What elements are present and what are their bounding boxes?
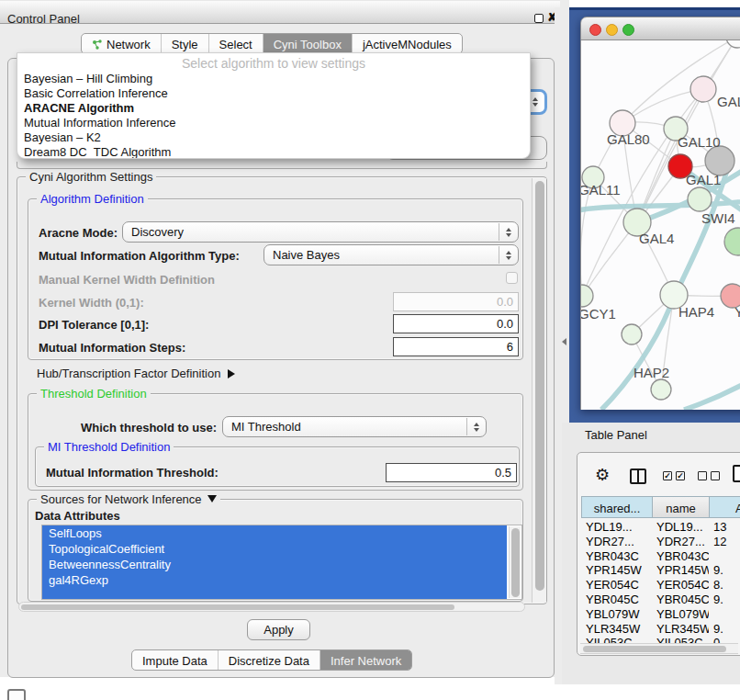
hub-factor-section[interactable]: Hub/Transcription Factor Definition (37, 367, 235, 380)
column-header-shared-name[interactable]: shared... (581, 496, 653, 518)
tab-network[interactable]: Network (82, 34, 161, 53)
mi-algorithm-type-value: Naive Bayes (273, 248, 340, 262)
combo-stepper-icon (466, 418, 485, 435)
list-item[interactable]: TopologicalCoefficient (42, 541, 507, 557)
aracne-mode-combo[interactable]: Discovery (122, 221, 519, 243)
manual-kernel-width-label: Manual Kernel Width Definition (39, 273, 215, 287)
list-item[interactable]: SelfLoops (42, 525, 507, 541)
node-label: GAL4 (639, 231, 674, 246)
table-row[interactable]: YER054CYER054C8. (581, 577, 740, 592)
node-gcy1[interactable] (581, 285, 593, 307)
list-item[interactable]: gal4RGexp (42, 572, 507, 588)
node-unlabeled[interactable] (651, 379, 671, 400)
close-traffic-light-icon[interactable] (589, 24, 601, 36)
gear-icon[interactable]: ⚙ (595, 465, 610, 485)
table-row[interactable]: YBR045CYBR045C9. (581, 592, 740, 606)
control-panel-tabbar: Network Style Select Cyni Toolbox jActiv… (81, 33, 463, 54)
algorithm-option[interactable]: Basic Correlation Inference (17, 86, 530, 101)
apply-button[interactable]: Apply (247, 619, 310, 640)
algorithm-dropdown: Select algorithm to view settings Bayesi… (17, 52, 531, 159)
table-row[interactable]: YDR27...YDR27...12 (581, 534, 740, 548)
algorithm-option[interactable]: Bayesian – K2 (17, 130, 530, 145)
group-title: Algorithm Definition (37, 192, 148, 206)
tab-jactivemnodules[interactable]: jActiveMNodules (352, 34, 462, 53)
expand-arrow-icon[interactable] (228, 369, 235, 378)
algorithm-option[interactable]: Bayesian – Hill Climbing (17, 72, 530, 86)
list-item[interactable]: BetweennessCentrality (42, 557, 507, 572)
column-header-name[interactable]: name (652, 496, 710, 518)
data-attributes-label: Data Attributes (35, 509, 120, 523)
table-row[interactable]: YLR345WYLR345W9. (581, 621, 740, 636)
table-horizontal-scrollbar[interactable] (580, 643, 738, 654)
dpi-tolerance-field[interactable]: 0.0 (393, 314, 519, 333)
column-header-partial[interactable]: A (709, 496, 740, 518)
collapse-arrow-icon[interactable] (207, 495, 217, 502)
which-threshold-combo[interactable]: MI Threshold (222, 416, 487, 437)
checked-box-icon[interactable]: ✓ (663, 471, 672, 480)
node-label: GAL1 (686, 172, 721, 187)
which-threshold-value: MI Threshold (231, 420, 301, 434)
unchecked-box-icon[interactable] (711, 471, 720, 480)
dpi-tolerance-label: DPI Tolerance [0,1]: (39, 318, 149, 332)
table-row[interactable]: YPR145WYPR145W9. (581, 562, 740, 577)
node-label: HAP2 (633, 365, 669, 380)
network-canvas[interactable]: GAL80 GAL10 GAL1 GAL11 SWI4 GAL4 GCY1 HA… (580, 40, 740, 410)
network-view-window: GAL80 GAL10 GAL1 GAL11 SWI4 GAL4 GCY1 HA… (580, 17, 740, 410)
zoom-traffic-light-icon[interactable] (622, 24, 634, 36)
node-hap2[interactable] (622, 324, 642, 344)
network-graph: GAL80 GAL10 GAL1 GAL11 SWI4 GAL4 GCY1 HA… (581, 40, 740, 410)
node-label: GAL80 (607, 131, 650, 147)
node-swi4[interactable] (688, 187, 712, 211)
sources-title[interactable]: Sources for Network Inference (37, 492, 220, 506)
algorithm-option[interactable]: Dream8 DC_TDC Algorithm (17, 145, 530, 159)
node-label: GAL10 (678, 134, 721, 150)
aracne-mode-label: Aracne Mode: (39, 226, 118, 240)
node-gal2-partial[interactable] (690, 76, 716, 102)
minimize-traffic-light-icon[interactable] (606, 24, 618, 36)
tab-infer-network[interactable]: Infer Network (320, 650, 411, 670)
mi-steps-label: Mutual Information Steps: (39, 341, 185, 355)
node-label: Y (734, 304, 740, 320)
split-column-icon[interactable] (630, 469, 646, 484)
bottom-tabbar: Impute Data Discretize Data Infer Networ… (131, 649, 412, 671)
table-row[interactable]: YDL19...YDL19...13 (581, 519, 740, 534)
list-item-partial[interactable] (42, 588, 507, 599)
float-window-icon[interactable] (534, 14, 544, 23)
table-row[interactable]: YBL079WYBL079W (581, 606, 740, 621)
mi-algorithm-type-combo[interactable]: Naive Bayes (263, 244, 519, 265)
table-row[interactable]: YBR043CYBR043C (581, 548, 740, 563)
kernel-width-field[interactable]: 0.0 (393, 292, 519, 311)
tab-discretize-data[interactable]: Discretize Data (218, 650, 320, 670)
combo-stepper-icon (499, 223, 517, 241)
control-panel-title: Control Panel (7, 12, 80, 26)
network-window-titlebar[interactable] (580, 17, 740, 40)
tab-cyni-toolbox[interactable]: Cyni Toolbox (263, 34, 352, 53)
algorithm-option[interactable]: Mutual Information Inference (17, 116, 530, 130)
tab-impute-data[interactable]: Impute Data (132, 650, 218, 670)
checked-box-icon[interactable]: ✓ (676, 471, 685, 480)
settings-vertical-scrollbar[interactable] (532, 178, 546, 603)
data-attributes-list: SelfLoops TopologicalCoefficient Between… (41, 525, 522, 600)
unchecked-box-icon[interactable] (698, 471, 707, 480)
node-label: GCY1 (581, 306, 616, 322)
settings-horizontal-scrollbar[interactable] (18, 602, 525, 612)
app-root: Control Panel ✘ Network Style Select Cyn… (0, 0, 740, 700)
node-bright-green[interactable] (724, 228, 740, 255)
document-icon[interactable] (733, 465, 740, 482)
combo-stepper-icon (499, 246, 517, 264)
mi-steps-field[interactable]: 6 (393, 337, 519, 356)
algorithm-option-selected[interactable]: ARACNE Algorithm (17, 101, 530, 116)
kernel-width-label: Kernel Width (0,1): (39, 296, 144, 310)
mi-threshold-field[interactable]: 0.5 (386, 463, 517, 482)
node-label: GAL11 (581, 182, 621, 198)
group-title: MI Threshold Definition (44, 440, 174, 454)
collapse-divider-icon[interactable] (562, 338, 566, 345)
table-panel-title: Table Panel (585, 428, 647, 442)
manual-kernel-width-checkbox[interactable] (506, 272, 518, 284)
tab-style[interactable]: Style (161, 34, 208, 53)
tab-select[interactable]: Select (208, 34, 263, 53)
node-unlabeled[interactable] (726, 40, 740, 48)
dropdown-prompt: Select algorithm to view settings (17, 53, 530, 72)
collapsed-panel-icon[interactable] (7, 689, 26, 700)
list-scrollbar[interactable] (509, 526, 521, 598)
